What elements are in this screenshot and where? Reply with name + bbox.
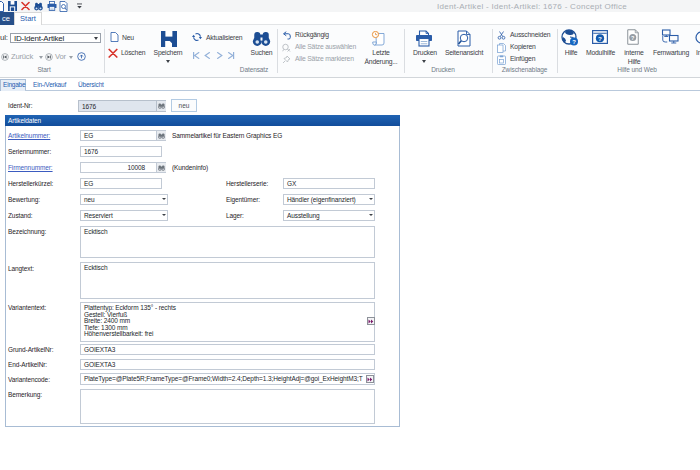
svg-text:?: ? <box>598 35 602 42</box>
svg-text:?: ? <box>572 39 576 45</box>
